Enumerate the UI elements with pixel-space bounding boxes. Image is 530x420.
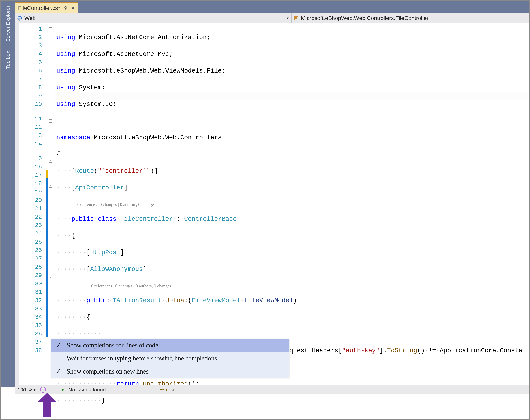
- collapse-toggle-icon[interactable]: -: [49, 78, 52, 81]
- toolbox-tab[interactable]: Toolbox: [5, 48, 11, 72]
- line-number: 7: [19, 75, 42, 84]
- line-number: 26: [19, 246, 42, 255]
- line-number: 30: [19, 280, 42, 288]
- intellicode-icon[interactable]: [40, 387, 46, 393]
- line-number: 11: [19, 115, 42, 123]
- line-number: 4: [19, 50, 42, 59]
- line-number: 36: [19, 330, 42, 338]
- line-number: 17: [19, 171, 42, 180]
- collapse-toggle-icon[interactable]: -: [49, 159, 52, 163]
- check-circle-icon: ●: [61, 387, 64, 392]
- menu-item-label: Show completions for lines of code: [67, 342, 158, 349]
- line-number: 15: [19, 154, 42, 163]
- type-dropdown[interactable]: Microsoft.eShopWeb.Web.Controllers.FileC…: [292, 13, 529, 23]
- outlining-margin: - - - - - -: [48, 23, 54, 385]
- line-number: 23: [19, 221, 42, 230]
- indicator-margin: [15, 23, 19, 385]
- menu-item-label: Wait for pauses in typing before showing…: [67, 355, 217, 362]
- menu-item-show-completions-newlines[interactable]: ✓ Show completions on new lines: [51, 365, 289, 378]
- line-number: 38: [19, 346, 42, 355]
- collapse-toggle-icon[interactable]: -: [49, 184, 52, 188]
- line-number: 21: [19, 205, 42, 213]
- check-icon: ✓: [56, 341, 61, 349]
- project-name: Web: [24, 15, 36, 21]
- issues-status[interactable]: No issues found: [68, 387, 106, 393]
- line-number: 1: [19, 25, 42, 33]
- change-tracking-margin: [46, 23, 48, 385]
- line-number: 28: [19, 263, 42, 271]
- annotation-arrow-icon: [38, 393, 57, 417]
- navigation-bar: Web ▾ Microsoft.eShopWeb.Web.Controllers…: [15, 13, 529, 23]
- menu-item-show-completions-lines[interactable]: ✓ Show completions for lines of code: [51, 339, 289, 352]
- collapse-toggle-icon[interactable]: -: [49, 28, 52, 31]
- line-number: 12: [19, 123, 42, 132]
- line-number: 31: [19, 288, 42, 297]
- menu-item-label: Show completions on new lines: [67, 368, 148, 375]
- line-number: 8: [19, 84, 42, 92]
- line-number: 25: [19, 238, 42, 246]
- check-icon: ✓: [56, 367, 61, 375]
- type-name: Microsoft.eShopWeb.Web.Controllers.FileC…: [301, 15, 428, 21]
- collapse-toggle-icon[interactable]: -: [49, 119, 52, 123]
- pin-icon[interactable]: ⚲: [64, 5, 67, 11]
- chevron-down-icon[interactable]: ▾: [285, 16, 290, 20]
- intellicode-options-menu: ✓ Show completions for lines of code Wai…: [51, 339, 289, 378]
- chevron-down-icon[interactable]: ▾: [33, 387, 36, 393]
- line-number: 6: [19, 67, 42, 75]
- line-number: 14: [19, 140, 42, 148]
- line-number: 27: [19, 255, 42, 263]
- document-tab[interactable]: FileController.cs* ⚲ ✕: [15, 2, 78, 13]
- editor-status-bar: 100 % ▾ ● No issues found ✦⁄ ▾ ◂: [15, 385, 529, 394]
- tool-window-rail: Server Explorer Toolbox: [1, 1, 15, 387]
- class-icon: [293, 15, 299, 21]
- zoom-level[interactable]: 100 % ▾: [17, 387, 36, 393]
- collapse-toggle-icon[interactable]: -: [49, 276, 52, 279]
- line-number: 16: [19, 163, 42, 171]
- line-number: 29: [19, 271, 42, 280]
- code-cleanup-icon[interactable]: ✦⁄ ▾: [159, 387, 167, 392]
- svg-rect-2: [295, 17, 297, 19]
- line-number: 24: [19, 230, 42, 238]
- line-number: 5: [19, 59, 42, 67]
- line-number: 3: [19, 42, 42, 50]
- close-icon[interactable]: ✕: [71, 5, 75, 11]
- line-number: 20: [19, 196, 42, 205]
- line-number: 32: [19, 297, 42, 305]
- line-number: 19: [19, 188, 42, 196]
- line-number: 22: [19, 213, 42, 221]
- line-number-gutter: 1 2 3 4 5 6 7 8 9 10 11 12 13 14 15 16 1…: [19, 23, 46, 385]
- line-number: 34: [19, 313, 42, 322]
- line-number: 37: [19, 338, 42, 346]
- document-tab-strip: FileController.cs* ⚲ ✕: [15, 1, 529, 13]
- project-dropdown[interactable]: Web ▾: [15, 13, 292, 23]
- web-project-icon: [17, 15, 23, 21]
- line-number: 13: [19, 132, 42, 140]
- menu-item-wait-pauses[interactable]: Wait for pauses in typing before showing…: [51, 352, 289, 365]
- nav-back-icon[interactable]: ◂: [172, 387, 179, 393]
- line-number: 33: [19, 305, 42, 313]
- line-number: 9: [19, 92, 42, 100]
- document-tab-title: FileController.cs*: [18, 5, 60, 11]
- line-number: 2: [19, 33, 42, 42]
- code-editor[interactable]: ◑↑ 1 2 3 4 5 6 7 8 9 10 11 12 13 14 15 1…: [15, 23, 529, 385]
- line-number: 35: [19, 322, 42, 330]
- line-number: 10: [19, 100, 42, 109]
- server-explorer-tab[interactable]: Server Explorer: [5, 3, 11, 45]
- line-number: 18: [19, 180, 42, 188]
